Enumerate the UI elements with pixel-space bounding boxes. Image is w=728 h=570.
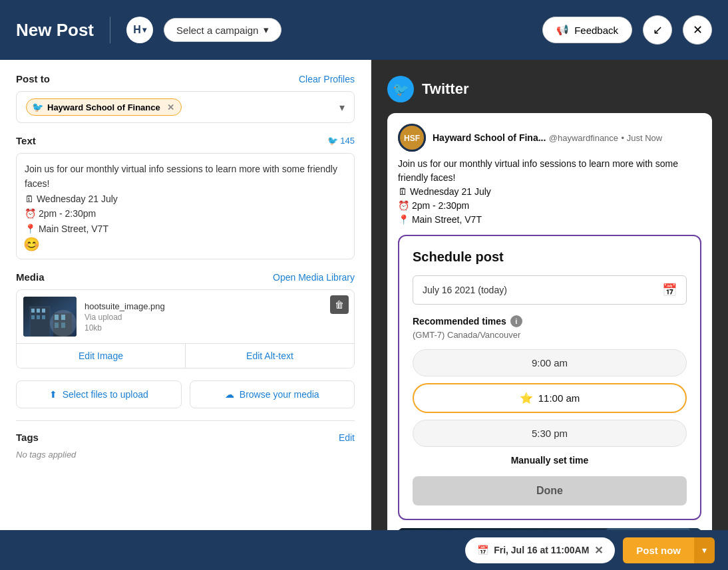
text-content: Join us for our monthly virtual info ses…	[25, 162, 346, 236]
right-panel: 🐦 Twitter HSF Hayward School of Fina... …	[371, 60, 728, 570]
upload-icon: ⬆	[49, 389, 57, 400]
twitter-icon: 🐦	[32, 102, 43, 112]
edit-image-button[interactable]: Edit Image	[17, 344, 186, 368]
calendar-icon: 📅	[662, 283, 677, 297]
tweet-card: HSF Hayward School of Fina... @haywardfi…	[387, 113, 712, 570]
tweet-handle: @haywardfinance	[549, 133, 618, 143]
no-tags-text: No tags applied	[16, 450, 355, 460]
twitter-header: 🐦 Twitter	[387, 76, 712, 102]
post-now-button[interactable]: Post now	[623, 537, 694, 563]
recommended-label: Recommended times	[413, 316, 506, 327]
recommended-header: Recommended times i	[413, 315, 687, 327]
schedule-time-label: Fri, Jul 16 at 11:00AM	[494, 545, 589, 555]
tweet-user-info: Hayward School of Fina... @haywardfinanc…	[433, 132, 701, 144]
profile-tag-close[interactable]: ✕	[167, 102, 174, 112]
tweet-avatar: HSF	[398, 124, 426, 152]
minimize-icon: ↙	[653, 23, 663, 37]
emoji-button[interactable]: 😊	[23, 236, 40, 252]
tweet-text: Join us for our monthly virtual info ses…	[398, 157, 701, 227]
media-label: Media	[16, 271, 45, 283]
close-button[interactable]: ✕	[683, 15, 712, 45]
svg-rect-9	[53, 313, 72, 337]
timezone-label: (GMT-7) Canada/Vancouver	[413, 330, 687, 340]
close-icon: ✕	[693, 23, 703, 37]
svg-rect-8	[42, 315, 45, 319]
schedule-label-button[interactable]: 📅 Fri, Jul 16 at 11:00AM ✕	[465, 537, 615, 563]
tags-section: Tags Edit No tags applied	[16, 420, 355, 460]
post-to-header: Post to Clear Profiles	[16, 73, 355, 84]
tweet-time: • Just Now	[622, 133, 663, 143]
svg-text:HSF: HSF	[404, 134, 420, 143]
profile-name: Hayward School of Finance	[47, 102, 160, 112]
media-item-inner: hootsuite_image.png Via upload 10kb 🗑	[17, 290, 354, 343]
upload-row: ⬆ Select files to upload ☁ Browse your m…	[16, 380, 355, 408]
tags-header: Tags Edit	[16, 432, 355, 443]
media-info: hootsuite_image.png Via upload 10kb	[85, 301, 347, 333]
tags-edit-link[interactable]: Edit	[339, 432, 355, 443]
twitter-label: Twitter	[422, 80, 468, 98]
svg-rect-4	[37, 309, 40, 313]
clear-profiles-link[interactable]: Clear Profiles	[299, 74, 355, 84]
profile-select-box[interactable]: 🐦 Hayward School of Finance ✕ ▾	[16, 91, 355, 123]
svg-rect-6	[31, 315, 35, 319]
time-button-0[interactable]: 9:00 am	[413, 349, 687, 376]
chevron-down-icon: ▾	[264, 24, 269, 36]
cloud-icon: ☁	[225, 389, 234, 400]
post-to-section: Post to Clear Profiles 🐦 Hayward School …	[16, 73, 355, 123]
post-now-group: Post now ▾	[623, 537, 715, 563]
media-size: 10kb	[85, 323, 347, 333]
tweet-display-name: Hayward School of Fina...	[433, 132, 546, 143]
campaign-select-button[interactable]: Select a campaign ▾	[164, 18, 281, 42]
open-media-library-link[interactable]: Open Media Library	[273, 272, 355, 283]
header-divider	[110, 17, 110, 43]
minimize-button[interactable]: ↙	[643, 15, 672, 45]
trash-icon: 🗑	[335, 299, 344, 310]
svg-rect-13	[61, 323, 65, 328]
bottom-bar: 📅 Fri, Jul 16 at 11:00AM ✕ Post now ▾	[0, 530, 728, 570]
select-files-button[interactable]: ⬆ Select files to upload	[16, 380, 182, 408]
svg-rect-3	[31, 309, 35, 313]
svg-rect-10	[55, 315, 59, 320]
text-section: Text 🐦 145 Join us for our monthly virtu…	[16, 135, 355, 259]
text-counter: 🐦 145	[327, 136, 355, 146]
media-section: Media Open Media Library	[16, 271, 355, 368]
media-header: Media Open Media Library	[16, 271, 355, 283]
schedule-title: Schedule post	[413, 249, 687, 265]
page-title: New Post	[16, 20, 94, 41]
info-icon: i	[510, 315, 522, 327]
left-panel: Post to Clear Profiles 🐦 Hayward School …	[0, 60, 371, 570]
media-thumbnail	[23, 297, 77, 337]
text-header: Text 🐦 145	[16, 135, 355, 146]
tags-label: Tags	[16, 432, 39, 443]
media-item: hootsuite_image.png Via upload 10kb 🗑 Ed…	[16, 289, 355, 368]
tweet-user-row: HSF Hayward School of Fina... @haywardfi…	[398, 124, 701, 152]
post-now-chevron-button[interactable]: ▾	[694, 537, 715, 563]
megaphone-icon: 📢	[556, 24, 569, 36]
schedule-clear-button[interactable]: ✕	[594, 544, 603, 557]
text-area-box[interactable]: Join us for our monthly virtual info ses…	[16, 153, 355, 259]
text-label: Text	[16, 135, 36, 146]
media-delete-button[interactable]: 🗑	[330, 295, 349, 314]
chevron-down-icon: ▾	[339, 101, 345, 114]
date-value: July 16 2021 (today)	[423, 285, 507, 295]
calendar-small-icon: 📅	[477, 545, 488, 555]
browse-media-button[interactable]: ☁ Browse your media	[190, 380, 355, 408]
time-button-2[interactable]: 5:30 pm	[413, 420, 687, 447]
time-button-1[interactable]: ⭐ 11:00 am	[413, 383, 687, 413]
media-filename: hootsuite_image.png	[85, 301, 347, 311]
media-via: Via upload	[85, 313, 347, 322]
chevron-down-icon: ▾	[702, 545, 707, 555]
twitter-logo: 🐦	[387, 76, 414, 102]
feedback-button[interactable]: 📢 Feedback	[542, 17, 632, 43]
manually-set-time-link[interactable]: Manually set time	[413, 455, 687, 466]
header: New Post H ▾ Select a campaign ▾ 📢 Feedb…	[0, 0, 728, 60]
hootsuite-avatar[interactable]: H ▾	[126, 17, 153, 43]
schedule-card: Schedule post July 16 2021 (today) 📅 Rec…	[398, 235, 701, 520]
done-button[interactable]: Done	[413, 476, 687, 505]
post-to-label: Post to	[16, 73, 50, 84]
edit-alt-text-button[interactable]: Edit Alt-text	[186, 344, 354, 368]
svg-rect-5	[42, 309, 45, 313]
date-input-box[interactable]: July 16 2021 (today) 📅	[413, 275, 687, 305]
svg-rect-12	[55, 323, 59, 328]
profile-tag: 🐦 Hayward School of Finance ✕	[26, 98, 182, 116]
